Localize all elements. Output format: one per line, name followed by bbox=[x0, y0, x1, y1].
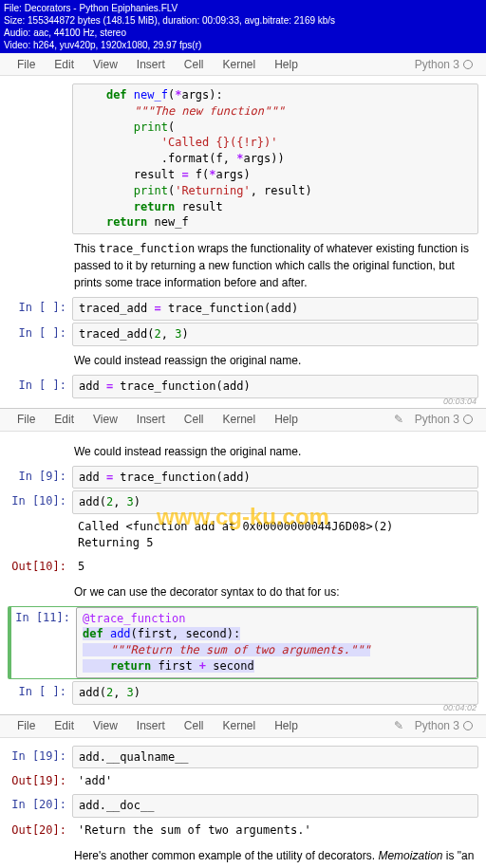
code-cell[interactable]: In [ ]:add(2, 3) bbox=[8, 681, 478, 705]
menu-insert[interactable]: Insert bbox=[127, 410, 175, 429]
kernel-status-icon bbox=[463, 721, 473, 730]
kernel-status-icon bbox=[463, 415, 473, 424]
code-body[interactable]: add(2, 3) bbox=[72, 490, 478, 514]
menu-cell[interactable]: Cell bbox=[175, 716, 214, 735]
out-prompt: Out[19]: bbox=[8, 770, 72, 792]
markdown-cell: This trace_function wraps the functional… bbox=[8, 236, 478, 295]
output-cell: Out[19]:'add' bbox=[8, 770, 478, 792]
pencil-icon[interactable]: ✎ bbox=[388, 413, 409, 426]
code-body[interactable]: traced_add = trace_function(add) bbox=[72, 297, 478, 321]
in-prompt: In [20]: bbox=[8, 794, 72, 818]
menu-view[interactable]: View bbox=[84, 55, 127, 74]
in-prompt: In [11]: bbox=[11, 607, 76, 678]
markdown-cell: Or we can use the decorator syntax to do… bbox=[8, 580, 478, 604]
menu-file[interactable]: File bbox=[8, 716, 45, 735]
video-size-line: Size: 155344872 bytes (148.15 MiB), dura… bbox=[4, 14, 482, 27]
in-prompt bbox=[8, 83, 72, 234]
notebook-frame-2: File Edit View Insert Cell Kernel Help ✎… bbox=[0, 409, 486, 715]
video-audio-line: Audio: aac, 44100 Hz, stereo bbox=[4, 27, 482, 39]
menu-insert[interactable]: Insert bbox=[127, 55, 175, 74]
out-prompt: Out[20]: bbox=[8, 820, 72, 841]
code-cell-selected[interactable]: In [11]:@trace_function def add(first, s… bbox=[8, 606, 478, 679]
code-cell[interactable]: In [20]:add.__doc__ bbox=[8, 794, 478, 818]
menu-file[interactable]: File bbox=[8, 410, 45, 429]
notebook-frame-1: File Edit View Insert Cell Kernel Help P… bbox=[0, 53, 486, 409]
menu-edit[interactable]: Edit bbox=[45, 55, 84, 74]
menu-kernel[interactable]: Kernel bbox=[214, 410, 266, 429]
timestamp: 00:03:04 bbox=[443, 397, 477, 406]
menu-edit[interactable]: Edit bbox=[45, 410, 84, 429]
output-cell: Out[10]:5 bbox=[8, 556, 478, 578]
code-cell[interactable]: In [ ]:traced_add = trace_function(add) bbox=[8, 297, 478, 321]
in-prompt: In [9]: bbox=[8, 466, 72, 489]
video-file-line: File: Decorators - Python Epiphanies.FLV bbox=[4, 2, 482, 14]
menu-cell[interactable]: Cell bbox=[175, 410, 214, 429]
kernel-indicator: Python 3 bbox=[409, 413, 478, 426]
menu-help[interactable]: Help bbox=[265, 716, 308, 735]
menu-help[interactable]: Help bbox=[265, 55, 308, 74]
code-body[interactable]: add(2, 3) bbox=[72, 681, 478, 705]
menu-kernel[interactable]: Kernel bbox=[214, 55, 266, 74]
out-prompt: Out[10]: bbox=[8, 556, 72, 578]
menubar: File Edit View Insert Cell Kernel Help P… bbox=[0, 53, 486, 76]
menu-view[interactable]: View bbox=[84, 716, 127, 735]
code-body[interactable]: add = trace_function(add) bbox=[72, 375, 478, 398]
in-prompt: In [ ]: bbox=[8, 375, 72, 398]
code-body[interactable]: add.__qualname__ bbox=[72, 746, 478, 769]
code-cell[interactable]: In [ ]:traced_add(2, 3) bbox=[8, 323, 478, 346]
kernel-indicator: Python 3 bbox=[409, 719, 478, 732]
in-prompt: In [ ]: bbox=[8, 297, 72, 321]
code-body[interactable]: add.__doc__ bbox=[72, 794, 478, 818]
in-prompt: In [ ]: bbox=[8, 681, 72, 705]
in-prompt: In [ ]: bbox=[8, 323, 72, 346]
code-cell[interactable]: def new_f(*args): """The new function"""… bbox=[8, 83, 478, 234]
in-prompt: In [19]: bbox=[8, 746, 72, 769]
menu-kernel[interactable]: Kernel bbox=[214, 716, 266, 735]
menu-help[interactable]: Help bbox=[265, 410, 308, 429]
menubar: File Edit View Insert Cell Kernel Help ✎… bbox=[0, 409, 486, 432]
menu-edit[interactable]: Edit bbox=[45, 716, 84, 735]
code-body[interactable]: traced_add(2, 3) bbox=[72, 323, 478, 346]
menubar: File Edit View Insert Cell Kernel Help ✎… bbox=[0, 715, 486, 738]
menu-file[interactable]: File bbox=[8, 55, 45, 74]
output-cell: Called <function add at 0x00000000044J6D… bbox=[8, 516, 478, 554]
code-cell[interactable]: In [19]:add.__qualname__ bbox=[8, 746, 478, 769]
kernel-status-icon bbox=[463, 60, 473, 69]
markdown-cell: Here's another common example of the uti… bbox=[8, 843, 478, 868]
code-body[interactable]: def new_f(*args): """The new function"""… bbox=[72, 83, 478, 234]
menu-insert[interactable]: Insert bbox=[127, 716, 175, 735]
code-cell[interactable]: In [9]:add = trace_function(add) bbox=[8, 466, 478, 489]
output-cell: Out[20]:'Return the sum of two arguments… bbox=[8, 820, 478, 841]
code-body[interactable]: add = trace_function(add) bbox=[72, 466, 478, 489]
kernel-indicator: Python 3 bbox=[409, 58, 478, 71]
notebook-frame-3: File Edit View Insert Cell Kernel Help ✎… bbox=[0, 715, 486, 868]
pencil-icon[interactable]: ✎ bbox=[388, 719, 409, 732]
markdown-cell: We could instead reassign the original n… bbox=[8, 439, 478, 464]
menu-view[interactable]: View bbox=[84, 410, 127, 429]
code-body[interactable]: @trace_function def add(first, second): … bbox=[76, 607, 477, 678]
timestamp: 00:04:02 bbox=[443, 703, 477, 712]
in-prompt: In [10]: bbox=[8, 490, 72, 514]
menu-cell[interactable]: Cell bbox=[175, 55, 214, 74]
code-cell[interactable]: In [10]:add(2, 3) bbox=[8, 490, 478, 514]
video-info-overlay: File: Decorators - Python Epiphanies.FLV… bbox=[0, 0, 486, 53]
markdown-cell: We could instead reassign the original n… bbox=[8, 348, 478, 373]
video-video-line: Video: h264, yuv420p, 1920x1080, 29.97 f… bbox=[4, 39, 482, 51]
code-cell[interactable]: In [ ]:add = trace_function(add) bbox=[8, 375, 478, 398]
